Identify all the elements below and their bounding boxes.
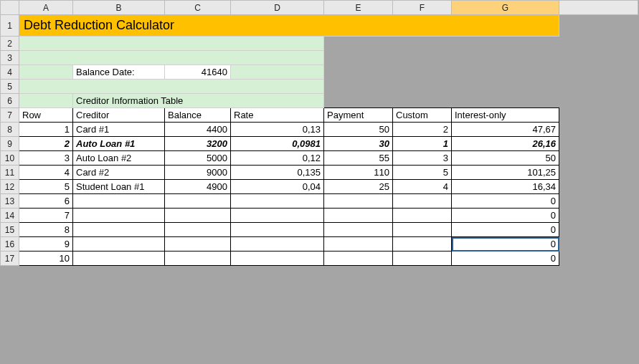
table-caption[interactable]: Creditor Information Table bbox=[73, 94, 324, 108]
cell-rate[interactable]: 0,12 bbox=[231, 151, 324, 166]
row-hdr-16[interactable]: 16 bbox=[1, 237, 19, 252]
cell-rownum[interactable]: 3 bbox=[19, 151, 73, 166]
cell-custom[interactable]: 2 bbox=[393, 123, 452, 137]
cell-creditor[interactable]: Card #2 bbox=[73, 166, 165, 180]
cell-creditor[interactable] bbox=[73, 223, 165, 237]
green-r4-d[interactable] bbox=[231, 65, 324, 80]
green-r5[interactable] bbox=[19, 80, 324, 94]
row-hdr-5[interactable]: 5 bbox=[1, 80, 19, 94]
col-hdr-A[interactable]: A bbox=[19, 1, 73, 15]
cell-balance[interactable]: 3200 bbox=[165, 137, 231, 151]
title-cell[interactable]: Debt Reduction Calculator bbox=[19, 15, 559, 37]
cell-interest[interactable]: 0 bbox=[452, 209, 559, 223]
row-hdr-3[interactable]: 3 bbox=[1, 51, 19, 65]
row-hdr-10[interactable]: 10 bbox=[1, 151, 19, 166]
row-hdr-11[interactable]: 11 bbox=[1, 166, 19, 180]
cell-creditor[interactable]: Auto Loan #2 bbox=[73, 151, 165, 166]
cell-rownum[interactable]: 7 bbox=[19, 209, 73, 223]
row-hdr-17[interactable]: 17 bbox=[1, 252, 19, 266]
balance-date-value[interactable]: 41640 bbox=[165, 65, 231, 80]
cell-balance[interactable] bbox=[165, 209, 231, 223]
cell-rownum[interactable]: 6 bbox=[19, 194, 73, 209]
cell-rownum[interactable]: 9 bbox=[19, 237, 73, 252]
cell-rate[interactable] bbox=[231, 252, 324, 266]
cell-creditor[interactable] bbox=[73, 252, 165, 266]
hdr-interest-only[interactable]: Interest-only bbox=[452, 108, 559, 123]
cell-custom[interactable]: 4 bbox=[393, 180, 452, 194]
cell-payment[interactable]: 50 bbox=[324, 123, 393, 137]
row-hdr-1[interactable]: 1 bbox=[1, 15, 19, 37]
col-hdr-B[interactable]: B bbox=[73, 1, 165, 15]
cell-interest[interactable]: 0 bbox=[452, 194, 559, 209]
cell-interest[interactable]: 101,25 bbox=[452, 166, 559, 180]
cell-payment[interactable] bbox=[324, 209, 393, 223]
cell-rownum[interactable]: 8 bbox=[19, 223, 73, 237]
row-hdr-6[interactable]: 6 bbox=[1, 94, 19, 108]
spreadsheet[interactable]: A B C D E F G 1 Debt Reduction Calculato… bbox=[0, 0, 639, 266]
cell-custom[interactable] bbox=[393, 223, 452, 237]
cell-creditor[interactable] bbox=[73, 194, 165, 209]
cell-rate[interactable] bbox=[231, 209, 324, 223]
row-hdr-8[interactable]: 8 bbox=[1, 123, 19, 137]
row-hdr-15[interactable]: 15 bbox=[1, 223, 19, 237]
cell-payment[interactable] bbox=[324, 223, 393, 237]
cell-rate[interactable] bbox=[231, 194, 324, 209]
cell-payment[interactable] bbox=[324, 237, 393, 252]
hdr-creditor[interactable]: Creditor bbox=[73, 108, 165, 123]
hdr-row[interactable]: Row bbox=[19, 108, 73, 123]
cell-payment[interactable] bbox=[324, 194, 393, 209]
cell-custom[interactable] bbox=[393, 194, 452, 209]
hdr-custom[interactable]: Custom bbox=[393, 108, 452, 123]
hdr-rate[interactable]: Rate bbox=[231, 108, 324, 123]
cell-creditor[interactable]: Auto Loan #1 bbox=[73, 137, 165, 151]
cell-rownum[interactable]: 1 bbox=[19, 123, 73, 137]
col-hdr-E[interactable]: E bbox=[324, 1, 393, 15]
green-r6-a[interactable] bbox=[19, 94, 73, 108]
col-hdr-F[interactable]: F bbox=[393, 1, 452, 15]
cell-rate[interactable] bbox=[231, 237, 324, 252]
cell-custom[interactable]: 3 bbox=[393, 151, 452, 166]
col-hdr-G[interactable]: G bbox=[452, 1, 559, 15]
cell-rownum[interactable]: 5 bbox=[19, 180, 73, 194]
cell-custom[interactable] bbox=[393, 237, 452, 252]
cell-balance[interactable] bbox=[165, 223, 231, 237]
cell-balance[interactable]: 4900 bbox=[165, 180, 231, 194]
cell-balance[interactable]: 9000 bbox=[165, 166, 231, 180]
cell-creditor[interactable] bbox=[73, 237, 165, 252]
hdr-payment[interactable]: Payment bbox=[324, 108, 393, 123]
cell-custom[interactable]: 1 bbox=[393, 137, 452, 151]
green-r3[interactable] bbox=[19, 51, 324, 65]
cell-interest[interactable]: 0 bbox=[452, 223, 559, 237]
row-hdr-2[interactable]: 2 bbox=[1, 37, 19, 51]
col-hdr-rest[interactable] bbox=[559, 1, 638, 15]
cell-rate[interactable]: 0,135 bbox=[231, 166, 324, 180]
green-r2[interactable] bbox=[19, 37, 324, 51]
col-hdr-C[interactable]: C bbox=[165, 1, 231, 15]
cell-creditor[interactable] bbox=[73, 209, 165, 223]
row-hdr-7[interactable]: 7 bbox=[1, 108, 19, 123]
cell-rownum[interactable]: 4 bbox=[19, 166, 73, 180]
cell-rate[interactable]: 0,13 bbox=[231, 123, 324, 137]
cell-balance[interactable]: 4400 bbox=[165, 123, 231, 137]
cell-balance[interactable] bbox=[165, 194, 231, 209]
grid-table[interactable]: A B C D E F G 1 Debt Reduction Calculato… bbox=[0, 0, 638, 266]
cell-creditor[interactable]: Student Loan #1 bbox=[73, 180, 165, 194]
row-hdr-4[interactable]: 4 bbox=[1, 65, 19, 80]
row-hdr-14[interactable]: 14 bbox=[1, 209, 19, 223]
cell-interest[interactable]: 0 bbox=[452, 237, 559, 252]
cell-payment[interactable]: 55 bbox=[324, 151, 393, 166]
select-all-corner[interactable] bbox=[1, 1, 19, 15]
green-r4-a[interactable] bbox=[19, 65, 73, 80]
column-header-row[interactable]: A B C D E F G bbox=[1, 1, 638, 15]
row-hdr-12[interactable]: 12 bbox=[1, 180, 19, 194]
cell-balance[interactable] bbox=[165, 237, 231, 252]
cell-rownum[interactable]: 10 bbox=[19, 252, 73, 266]
cell-interest[interactable]: 47,67 bbox=[452, 123, 559, 137]
cell-payment[interactable]: 25 bbox=[324, 180, 393, 194]
cell-custom[interactable]: 5 bbox=[393, 166, 452, 180]
cell-interest[interactable]: 26,16 bbox=[452, 137, 559, 151]
cell-interest[interactable]: 16,34 bbox=[452, 180, 559, 194]
hdr-balance[interactable]: Balance bbox=[165, 108, 231, 123]
cell-interest[interactable]: 0 bbox=[452, 252, 559, 266]
cell-balance[interactable]: 5000 bbox=[165, 151, 231, 166]
